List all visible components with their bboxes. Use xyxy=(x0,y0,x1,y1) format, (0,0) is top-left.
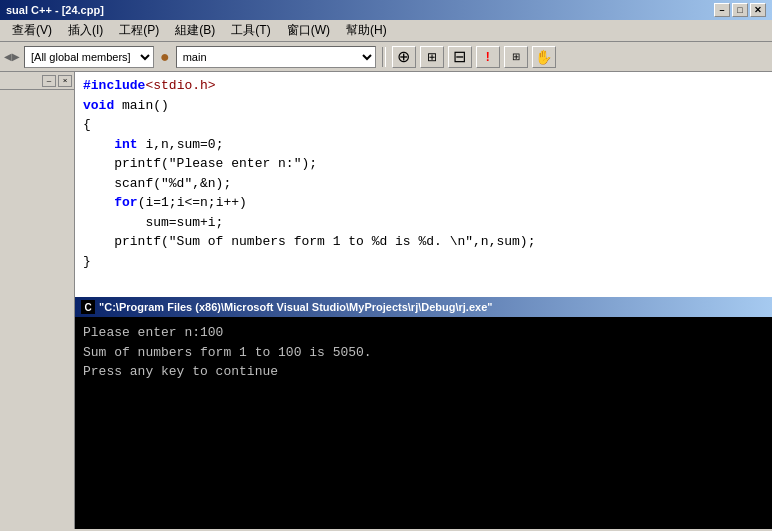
code-line-3: { xyxy=(83,115,764,135)
console-line-2: Sum of numbers form 1 to 100 is 5050. xyxy=(83,343,764,363)
console-icon: C xyxy=(81,300,95,314)
code-line-9: printf("Sum of numbers form 1 to %d is %… xyxy=(83,232,764,252)
toolbar-btn-4[interactable]: ! xyxy=(476,46,500,68)
code-line-5: printf("Please enter n:"); xyxy=(83,154,764,174)
close-button[interactable]: ✕ xyxy=(750,3,766,17)
menu-project[interactable]: 工程(P) xyxy=(111,20,167,41)
menu-tools[interactable]: 工具(T) xyxy=(223,20,278,41)
editor-area[interactable]: #include<stdio.h> void main() { int i,n,… xyxy=(75,72,772,529)
sidebar-minimize[interactable]: – xyxy=(42,75,56,87)
console-line-3: Press any key to continue xyxy=(83,362,764,382)
menu-bar: 查看(V) 插入(I) 工程(P) 組建(B) 工具(T) 窗口(W) 幫助(H… xyxy=(0,20,772,42)
console-body: Please enter n:100 Sum of numbers form 1… xyxy=(75,317,772,529)
app-title: sual C++ - [24.cpp] xyxy=(6,4,104,16)
console-window: C "C:\Program Files (x86)\Microsoft Visu… xyxy=(75,297,772,529)
sidebar-controls: – × xyxy=(0,72,74,90)
main-area: – × #include<stdio.h> void main() { int … xyxy=(0,72,772,529)
member-icon: ● xyxy=(160,48,170,66)
console-line-1: Please enter n:100 xyxy=(83,323,764,343)
menu-build[interactable]: 組建(B) xyxy=(167,20,223,41)
toolbar-btn-6[interactable]: ✋ xyxy=(532,46,556,68)
code-line-8: sum=sum+i; xyxy=(83,213,764,233)
toolbar-btn-2[interactable]: ⊞ xyxy=(420,46,444,68)
console-title-bar: C "C:\Program Files (x86)\Microsoft Visu… xyxy=(75,297,772,317)
toolbar-sep-1 xyxy=(382,47,386,67)
code-editor[interactable]: #include<stdio.h> void main() { int i,n,… xyxy=(75,72,772,297)
maximize-button[interactable]: □ xyxy=(732,3,748,17)
code-line-1: #include<stdio.h> xyxy=(83,76,764,96)
members-dropdown[interactable]: [All global members] xyxy=(24,46,154,68)
console-output: Please enter n:100 Sum of numbers form 1… xyxy=(83,323,764,523)
console-title: "C:\Program Files (x86)\Microsoft Visual… xyxy=(99,301,493,313)
toolbar-arrow: ◀▶ xyxy=(4,51,20,62)
menu-insert[interactable]: 插入(I) xyxy=(60,20,111,41)
console-icon-symbol: C xyxy=(84,302,91,313)
sidebar: – × xyxy=(0,72,75,529)
toolbar-btn-5[interactable]: ⊞ xyxy=(504,46,528,68)
toolbar: ◀▶ [All global members] ● main ⊕ ⊞ ⊟ ! ⊞… xyxy=(0,42,772,72)
code-line-2: void main() xyxy=(83,96,764,116)
title-controls: – □ ✕ xyxy=(714,3,766,17)
menu-help[interactable]: 幫助(H) xyxy=(338,20,395,41)
code-line-6: scanf("%d",&n); xyxy=(83,174,764,194)
toolbar-btn-3[interactable]: ⊟ xyxy=(448,46,472,68)
code-line-7: for(i=1;i<=n;i++) xyxy=(83,193,764,213)
minimize-button[interactable]: – xyxy=(714,3,730,17)
sidebar-close[interactable]: × xyxy=(58,75,72,87)
menu-window[interactable]: 窗口(W) xyxy=(279,20,338,41)
code-line-10: } xyxy=(83,252,764,272)
menu-view[interactable]: 查看(V) xyxy=(4,20,60,41)
toolbar-btn-1[interactable]: ⊕ xyxy=(392,46,416,68)
function-dropdown[interactable]: main xyxy=(176,46,376,68)
title-bar: sual C++ - [24.cpp] – □ ✕ xyxy=(0,0,772,20)
code-line-4: int i,n,sum=0; xyxy=(83,135,764,155)
